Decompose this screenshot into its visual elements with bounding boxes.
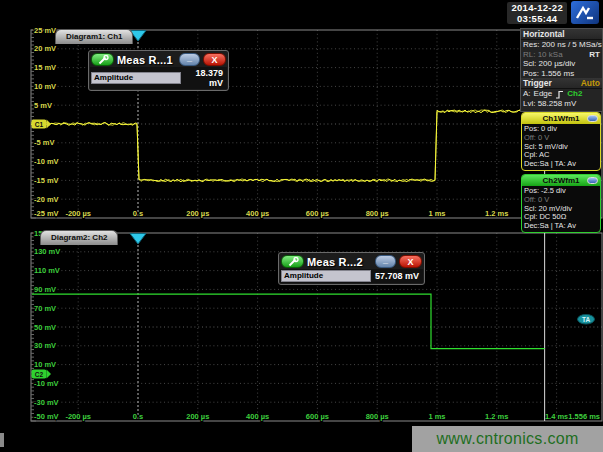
datetime-display: 2014-12-22 03:55:44 — [507, 2, 567, 24]
ch1-waveform-box[interactable]: Ch1Wfm1 Pos: 0 divOff: 0 VScl: 5 mV/divC… — [521, 112, 601, 171]
meas-popup-1-title: Meas R...1 — [117, 54, 176, 66]
trigger-position-marker-icon[interactable] — [130, 234, 146, 245]
horizontal-title: Horizontal — [523, 29, 565, 39]
ch1-waveform-box-title: Ch1Wfm1 — [543, 114, 580, 123]
meas-popup-2[interactable]: Meas R...2 _ X Amplitude 57.708 mV — [278, 252, 425, 285]
trigger-type: Edge — [534, 89, 553, 99]
watermark-text: www.cntronics.com — [412, 426, 603, 452]
diagram1-x-tick-label: 0 s — [133, 209, 143, 218]
horizontal-header: Horizontal — [521, 29, 602, 40]
horizontal-setting-row: Res: 200 ns / 5 MSa/s — [521, 40, 602, 50]
meas-value: 18.379 mV — [181, 68, 226, 88]
ch2-setting-row: Dec:Sa | TA: Av — [524, 222, 598, 231]
ch2-trace — [32, 294, 545, 349]
horizontal-setting-row: Scl: 200 µs/div — [521, 59, 602, 69]
minimize-button[interactable]: _ — [179, 53, 200, 66]
diagram1-x-tick-label: 200 µs — [186, 209, 209, 218]
ch1-ground-marker[interactable]: C1 — [32, 120, 52, 129]
ch1-trace — [31, 110, 543, 182]
diagram1-y-tick-label: -15 mV — [34, 176, 59, 185]
diagram2-x-tick-label: 600 µs — [306, 412, 329, 421]
meas-param-field[interactable]: Amplitude — [91, 72, 181, 84]
meas-popup-2-title: Meas R...2 — [307, 256, 372, 268]
trigger-header: Trigger Auto — [521, 78, 602, 89]
trigger-a-label: A: — [523, 89, 531, 99]
trigger-level-text: Lvl: 58.258 mV — [523, 99, 576, 109]
tab-diagram2[interactable]: Diagram2: Ch2 — [40, 230, 118, 245]
meas-param-field[interactable]: Amplitude — [281, 270, 371, 282]
diagram2-y-tick-label: 50 mV — [34, 323, 56, 332]
meas-popup-1-body: Amplitude 18.379 mV — [90, 67, 227, 89]
diagram2-y-tick-label: -30 mV — [34, 398, 59, 407]
ch2-waveform-box-header: Ch2Wfm1 — [522, 175, 600, 186]
close-button[interactable]: X — [399, 255, 422, 268]
meas-popup-2-titlebar: Meas R...2 _ X — [279, 253, 424, 269]
diagram2-y-tick-label: 30 mV — [34, 341, 56, 350]
diagram2-y-tick-label: 10 mV — [34, 360, 56, 369]
horizontal-setting-row: Pos: 1.556 ms — [521, 69, 602, 79]
diagram2-y-tick-label: -10 mV — [34, 379, 59, 388]
close-button[interactable]: X — [203, 53, 226, 66]
diagram1-y-tick-label: 25 mV — [34, 26, 56, 35]
meas-popup-1-titlebar: Meas R...1 _ X — [89, 51, 228, 67]
diagram2-y-tick-label: 130 mV — [34, 247, 60, 256]
diagram2-x-tick-label: 0 s — [133, 412, 143, 421]
svg-text:TA: TA — [582, 316, 590, 323]
oscilloscope-screen: 25 mV20 mV15 mV10 mV5 mV-5 mV-10 mV-15 m… — [0, 0, 603, 452]
trigger-title: Trigger — [523, 78, 552, 88]
diagram1-y-tick-label: 15 mV — [34, 63, 56, 72]
diagram1-x-tick-label: -200 µs — [65, 209, 91, 218]
diagram1-y-tick-label: 5 mV — [34, 101, 52, 110]
horizontal-setting-row: RL: 10 kSaRT — [521, 50, 602, 60]
ch2-waveform-box-title: Ch2Wfm1 — [543, 176, 580, 185]
ch1-setting-row: Dec:Sa | TA: Av — [524, 160, 598, 169]
ch2-waveform-box[interactable]: Ch2Wfm1 Pos: -2.5 divOff: 0 VScl: 20 mV/… — [521, 174, 601, 233]
diagram1-x-tick-label: 1 ms — [428, 209, 445, 218]
rising-edge-icon — [555, 90, 564, 99]
diagram1-y-tick-label: -10 mV — [34, 157, 59, 166]
diagram2-x-tick-label: 400 µs — [246, 412, 269, 421]
diagram1-y-tick-label: -20 mV — [34, 195, 59, 204]
meas-popup-1[interactable]: Meas R...1 _ X Amplitude 18.379 mV — [88, 50, 229, 91]
date-text: 2014-12-22 — [511, 2, 563, 13]
horizontal-trigger-panel[interactable]: Horizontal Res: 200 ns / 5 MSa/sRL: 10 k… — [520, 28, 603, 112]
wrench-icon[interactable] — [91, 53, 114, 66]
minimize-icon[interactable] — [587, 115, 598, 122]
svg-text:C1: C1 — [35, 121, 44, 128]
diagram2-y-tick-label: 110 mV — [34, 266, 60, 275]
minimize-button[interactable]: _ — [375, 255, 396, 268]
bottom-left-marker — [0, 433, 4, 447]
diagram2-x-tick-label: 1.4 ms — [545, 412, 568, 421]
rohde-schwarz-logo-icon — [571, 1, 599, 24]
diagram1-y-tick-label: 20 mV — [34, 44, 56, 53]
svg-text:C2: C2 — [35, 371, 44, 378]
diagram2-x-tick-label: 800 µs — [366, 412, 389, 421]
diagram1-x-tick-label: 1.2 ms — [485, 209, 508, 218]
trigger-level-marker[interactable]: TA — [578, 314, 595, 324]
diagram1-x-tick-label: 800 µs — [366, 209, 389, 218]
diagram1-x-tick-label: 400 µs — [246, 209, 269, 218]
diagram2-x-tick-label: 1.2 ms — [485, 412, 508, 421]
diagram2-x-tick-label: 1 ms — [428, 412, 445, 421]
diagram2-y-tick-label: -50 mV — [34, 412, 59, 421]
tab-diagram1[interactable]: Diagram1: Ch1 — [55, 29, 133, 44]
meas-value: 57.708 mV — [371, 271, 422, 281]
diagram2-x-tick-label: 200 µs — [186, 412, 209, 421]
ch2-ground-marker[interactable]: C2 — [32, 370, 52, 379]
diagram2-y-tick-label: 90 mV — [34, 285, 56, 294]
trigger-mode-badge: Auto — [581, 78, 600, 88]
meas-popup-2-body: Amplitude 57.708 mV — [280, 269, 423, 283]
diagram1-x-tick-label: 600 µs — [306, 209, 329, 218]
time-text: 03:55:44 — [511, 13, 563, 24]
minimize-icon[interactable] — [587, 177, 598, 184]
trigger-source: Ch2 — [567, 89, 582, 99]
trigger-source-row: A: Edge Ch2 — [521, 89, 602, 99]
diagram1-y-tick-label: -5 mV — [34, 138, 54, 147]
trigger-level-row: Lvl: 58.258 mV — [521, 99, 602, 109]
diagram2-x-tick-label: -200 µs — [65, 412, 91, 421]
ch1-waveform-box-header: Ch1Wfm1 — [522, 113, 600, 124]
diagram2-x-tick-label: 1.556 ms — [568, 412, 600, 421]
wrench-icon[interactable] — [281, 255, 304, 268]
ch1-trace — [31, 110, 543, 182]
diagram1-y-tick-label: -25 mV — [34, 209, 59, 218]
